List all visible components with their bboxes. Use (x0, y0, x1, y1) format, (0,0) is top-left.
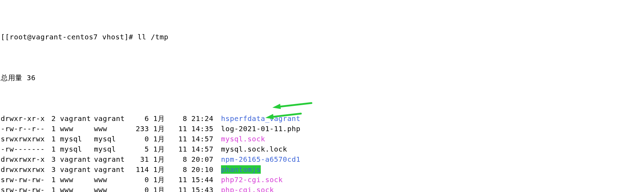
col-links: 1 (47, 185, 56, 192)
col-day: 11 (170, 185, 187, 192)
table-row: drwxr-xr-x2 vagrantvagrant6 1月8 21:24 hs… (1, 114, 643, 124)
col-filename: log-2021-01-11.php (221, 124, 301, 133)
col-month: 1月 (153, 165, 170, 175)
col-filename: mysql.sock (221, 135, 265, 143)
spacer (187, 134, 191, 144)
col-month: 1月 (153, 185, 170, 192)
col-group: vagrant (94, 165, 128, 175)
spacer (149, 165, 153, 175)
col-month: 1月 (153, 124, 170, 134)
spacer (149, 144, 153, 154)
svg-marker-1 (272, 104, 281, 109)
col-month: 1月 (153, 144, 170, 154)
col-group: www (94, 124, 128, 134)
spacer (217, 175, 221, 185)
col-perm: srw-rw-rw- (1, 185, 47, 192)
col-day: 8 (170, 114, 187, 124)
col-day: 8 (170, 165, 187, 175)
col-month: 1月 (153, 114, 170, 124)
col-month: 1月 (153, 175, 170, 185)
spacer (217, 154, 221, 165)
table-row: srw-rw-rw-1 wwwwww0 1月11 15:43 php-cgi.s… (1, 185, 643, 192)
table-row: -rw-r--r--1 wwwwww233 1月11 14:35 log-202… (1, 124, 643, 134)
table-row: srwxrwxrwx1 mysqlmysql0 1月11 14:57 mysql… (1, 134, 643, 144)
col-group: mysql (94, 144, 128, 154)
spacer (217, 114, 221, 124)
col-perm: drwxrwxrwx (1, 165, 47, 175)
spacer (56, 154, 60, 165)
col-day: 11 (170, 124, 187, 134)
spacer (187, 144, 191, 154)
col-size: 0 (128, 175, 149, 185)
col-owner: www (60, 185, 94, 192)
col-group: www (94, 175, 128, 185)
col-time: 14:57 (191, 144, 217, 154)
prompt-line: [[root@vagrant-centos7 vhost]# ll /tmp (1, 32, 643, 42)
spacer (187, 124, 191, 134)
col-filename: phantomjs (221, 165, 261, 174)
col-size: 31 (128, 154, 149, 165)
spacer (56, 114, 60, 124)
col-links: 1 (47, 134, 56, 144)
spacer (187, 175, 191, 185)
col-owner: mysql (60, 134, 94, 144)
col-day: 11 (170, 144, 187, 154)
col-owner: vagrant (60, 165, 94, 175)
table-row: drwxrwxr-x3 vagrantvagrant31 1月8 20:07 n… (1, 154, 643, 165)
col-links: 2 (47, 114, 56, 124)
col-time: 15:44 (191, 175, 217, 185)
spacer (56, 134, 60, 144)
spacer (149, 175, 153, 185)
spacer (149, 185, 153, 192)
col-day: 8 (170, 154, 187, 165)
col-filename: mysql.sock.lock (221, 145, 287, 153)
col-size: 0 (128, 134, 149, 144)
table-row: drwxrwxrwx3 vagrantvagrant114 1月8 20:10 … (1, 165, 643, 175)
spacer (56, 175, 60, 185)
col-size: 5 (128, 144, 149, 154)
col-owner: mysql (60, 144, 94, 154)
col-filename: php72-cgi.sock (221, 175, 283, 184)
col-owner: www (60, 124, 94, 134)
col-group: vagrant (94, 114, 128, 124)
prompt: [root@vagrant-centos7 vhost]# (5, 33, 138, 41)
spacer (56, 165, 60, 175)
spacer (149, 124, 153, 134)
col-owner: vagrant (60, 114, 94, 124)
col-time: 14:57 (191, 134, 217, 144)
col-size: 0 (128, 185, 149, 192)
col-time: 20:07 (191, 154, 217, 165)
col-time: 15:43 (191, 185, 217, 192)
spacer (187, 114, 191, 124)
col-group: vagrant (94, 154, 128, 165)
col-links: 1 (47, 144, 56, 154)
arrow-annotation-2 (264, 91, 306, 99)
table-row: srw-rw-rw-1 wwwwww0 1月11 15:44 php72-cgi… (1, 175, 643, 185)
col-perm: -rw-r--r-- (1, 124, 47, 134)
col-filename: hsperfdata_vagrant (221, 114, 301, 123)
col-perm: srw-rw-rw- (1, 175, 47, 185)
spacer (56, 124, 60, 134)
table-row: -rw-------1 mysqlmysql5 1月11 14:57 mysql… (1, 144, 643, 154)
file-listing: drwxr-xr-x2 vagrantvagrant6 1月8 21:24 hs… (1, 114, 643, 192)
spacer (187, 154, 191, 165)
spacer (56, 185, 60, 192)
col-owner: vagrant (60, 154, 94, 165)
spacer (217, 124, 221, 134)
spacer (187, 185, 191, 192)
col-links: 3 (47, 165, 56, 175)
col-month: 1月 (153, 154, 170, 165)
total-line: 总用量 36 (1, 73, 643, 83)
spacer (217, 144, 221, 154)
col-links: 1 (47, 175, 56, 185)
col-time: 20:10 (191, 165, 217, 175)
spacer (217, 165, 221, 175)
col-size: 114 (128, 165, 149, 175)
col-month: 1月 (153, 134, 170, 144)
spacer (187, 165, 191, 175)
col-time: 21:24 (191, 114, 217, 124)
col-group: www (94, 185, 128, 192)
spacer (149, 154, 153, 165)
col-links: 1 (47, 124, 56, 134)
terminal-output: [[root@vagrant-centos7 vhost]# ll /tmp 总… (0, 0, 644, 192)
